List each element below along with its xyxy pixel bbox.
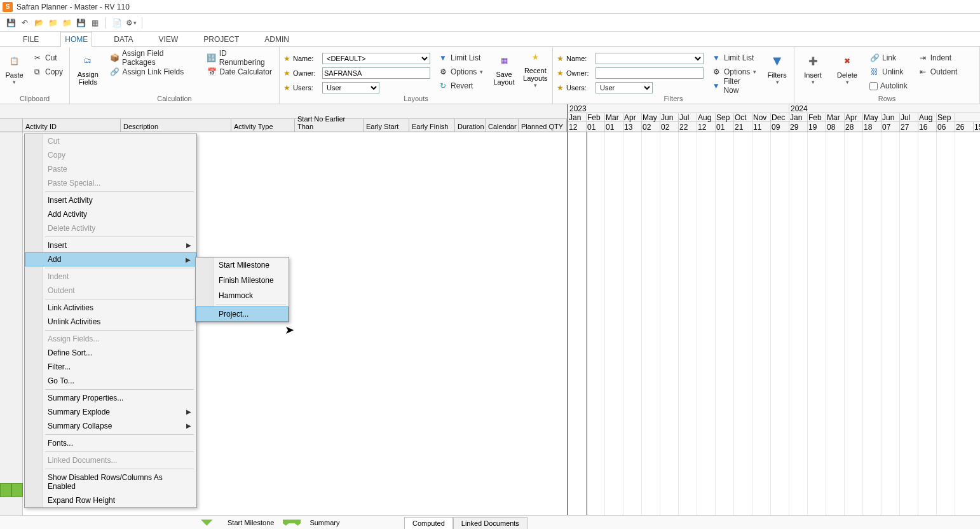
revert-button[interactable]: ↻Revert [435,79,486,92]
filter-now-button[interactable]: ▼Filter Now [709,79,759,92]
tab-view[interactable]: VIEW [155,32,182,46]
menu-expand-row-height[interactable]: Expand Row Height [25,493,196,507]
filter-users-select[interactable]: User [595,82,653,93]
menu-add-label: Add [48,255,61,264]
funnel-icon: ▼ [711,53,721,63]
open-folder-icon[interactable]: 📂 [33,17,44,29]
grid-selection-indicator [0,483,23,497]
menu-linked-documents[interactable]: Linked Documents... [25,453,196,467]
tab-project[interactable]: PROJECT [200,32,243,46]
delete-row-button[interactable]: ✖ Delete ▾ [833,49,862,88]
menu-add-activity[interactable]: Add Activity [25,207,196,221]
undo-icon[interactable]: ↶ [19,17,31,29]
row-number-header[interactable] [0,119,23,132]
save-disk-icon[interactable]: 💾 [75,17,86,29]
tab-file[interactable]: FILE [19,32,43,46]
recent-layouts-button[interactable]: ★ Recent Layouts ▾ [522,49,548,88]
document-icon[interactable]: 📄 [111,17,123,29]
menu-unlink-activities[interactable]: Unlink Activities [25,315,196,329]
options-button[interactable]: ⚙Options▾ [435,65,486,78]
menu-fonts[interactable]: Fonts... [25,436,196,450]
menu-summary-collapse[interactable]: Summary Collapse▶ [25,419,196,433]
tab-computed[interactable]: Computed [404,517,453,529]
menu-summary-explode[interactable]: Summary Explode▶ [25,405,196,419]
menu-goto[interactable]: Go To... [25,374,196,388]
link-button[interactable]: 🔗Link [867,52,910,64]
col-planned-qty[interactable]: Planned QTY [519,119,567,132]
menu-outdent[interactable]: Outdent [25,284,196,298]
submenu-hammock[interactable]: Hammock [196,288,289,303]
paste-button[interactable]: 📋 Paste ▾ [4,49,25,88]
col-duration[interactable]: Duration [455,119,486,132]
col-activity-id[interactable]: Activity ID [23,119,121,132]
outdent-button[interactable]: ⇤Outdent [915,65,960,78]
assign-fields-button[interactable]: 🗂 Assign Fields [74,49,102,88]
insert-row-button[interactable]: ➕ Insert ▾ [798,49,827,88]
tab-linked-documents[interactable]: Linked Documents [453,517,527,529]
menu-indent[interactable]: Indent [25,270,196,284]
col-description[interactable]: Description [121,119,231,132]
menu-filter[interactable]: Filter... [25,360,196,374]
menu-link-activities[interactable]: Link Activities [25,301,196,315]
assign-link-fields-button[interactable]: 🔗Assign Link Fields [107,65,200,78]
save-layout-button[interactable]: ▦ Save Layout [491,49,517,88]
layout-name-select[interactable]: <DEFAULT> [322,53,430,64]
filter-name-select[interactable] [595,53,704,64]
separator [142,17,142,29]
gantt-chart[interactable] [567,132,980,515]
indent-icon: ⇥ [918,53,928,63]
id-renumbering-button[interactable]: 🔢ID Renumbering [204,52,275,64]
menu-add[interactable]: Add▶ [25,252,196,266]
filter-limit-list-button[interactable]: ▼Limit List [709,52,759,64]
layouts-group-label: Layouts [283,95,548,104]
layout-users-select[interactable]: User [322,82,379,93]
folder-arrow-icon[interactable]: 📁 [61,17,72,29]
col-early-start[interactable]: Early Start [364,119,409,132]
filter-name-star-icon: ★ [557,54,564,63]
tab-data[interactable]: DATA [110,32,137,46]
assign-field-packages-button[interactable]: 📦Assign Field Packages [107,52,200,64]
group-calculation: 🗂 Assign Fields 📦Assign Field Packages 🔗… [70,47,280,104]
menu-copy[interactable]: Copy [25,148,196,162]
col-activity-type[interactable]: Activity Type [231,119,295,132]
submenu-project[interactable]: Project... [196,306,289,322]
menu-assign-fields[interactable]: Assign Fields... [25,332,196,346]
menu-insert-activity[interactable]: Insert Activity [25,193,196,207]
filters-button[interactable]: ▼ Filters ▾ [764,49,790,88]
submenu-finish-milestone[interactable]: Finish Milestone [196,273,289,288]
copy-button[interactable]: ⧉Copy [30,65,65,78]
col-start-no-earlier[interactable]: Start No Earlier Than [295,119,364,132]
menu-cut[interactable]: Cut [25,134,196,148]
folder-icon[interactable]: 📁 [47,17,58,29]
menu-insert[interactable]: Insert▶ [25,238,196,252]
tab-admin[interactable]: ADMIN [261,32,293,46]
save-layout-icon: ▦ [495,52,513,69]
menu-delete-activity[interactable]: Delete Activity [25,221,196,235]
indent-button[interactable]: ⇥Indent [915,52,960,64]
window-title: Safran Planner - Master - RV 110 [17,3,130,11]
filter-owner-input[interactable] [595,67,704,79]
menu-define-sort[interactable]: Define Sort... [25,346,196,360]
submenu-start-milestone[interactable]: Start Milestone [196,258,289,273]
cut-button[interactable]: ✂Cut [30,52,65,64]
limit-list-button[interactable]: ▼Limit List [435,52,486,64]
grid-icon[interactable]: ▦ [89,17,100,29]
menu-summary-properties[interactable]: Summary Properties... [25,391,196,405]
legend-start-milestone: Start Milestone [228,519,274,526]
unlink-button[interactable]: ⛓Unlink [867,65,910,78]
layout-name-label: Name: [293,55,320,62]
filter-options-button[interactable]: ⚙Options▾ [709,65,759,78]
autolink-button[interactable]: Autolink [867,79,910,92]
date-calculator-button[interactable]: 📅Date Calculator [204,65,275,78]
layout-owner-input[interactable] [322,67,430,79]
save-icon[interactable]: 💾 [5,17,17,29]
col-calendar[interactable]: Calendar [486,119,519,132]
menu-paste-special[interactable]: Paste Special... [25,176,196,190]
tab-home[interactable]: HOME [60,32,92,47]
submenu-arrow-icon: ▶ [186,422,191,429]
menu-paste[interactable]: Paste [25,162,196,176]
col-early-finish[interactable]: Early Finish [409,119,455,132]
menu-show-disabled[interactable]: Show Disabled Rows/Columns As Enabled [25,471,196,493]
settings-caret-icon[interactable]: ⚙▾ [125,17,137,29]
autolink-checkbox[interactable] [869,82,878,90]
